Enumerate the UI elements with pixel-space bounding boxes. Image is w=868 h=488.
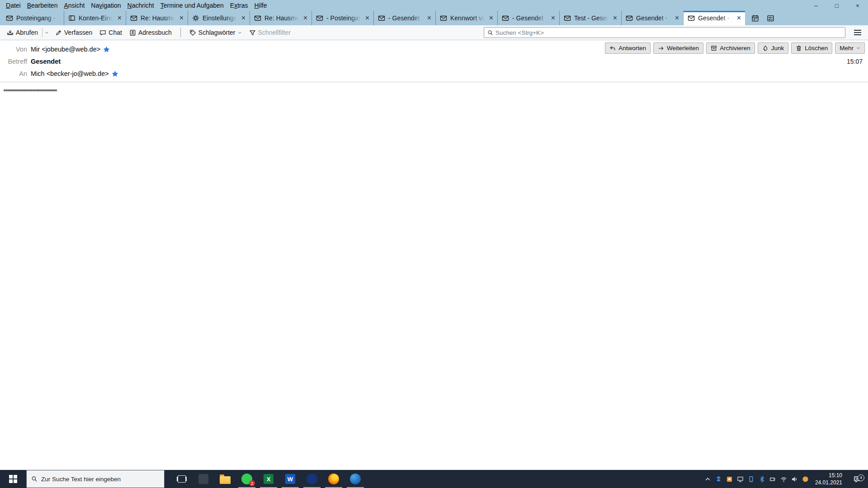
tray-icon[interactable] — [801, 473, 810, 485]
taskbar-app-button[interactable] — [171, 470, 193, 488]
funnel-icon — [249, 29, 256, 36]
tab[interactable]: Re: Hausme × — [126, 11, 188, 25]
tab-close-icon[interactable]: × — [302, 14, 308, 22]
tab[interactable]: Konten-Eins × — [64, 11, 126, 25]
app-menu-button[interactable] — [851, 27, 864, 38]
tab[interactable]: - Posteingan × — [311, 11, 373, 25]
tab[interactable]: Posteingang - × — [2, 11, 64, 25]
tab-close-icon[interactable]: × — [612, 14, 618, 22]
tab-type-icon — [440, 14, 447, 22]
tab[interactable]: Kennwort ve × — [435, 11, 497, 25]
taskbar-app-button[interactable] — [301, 470, 323, 488]
star-icon[interactable] — [112, 70, 118, 77]
taskbar-apps: 2 X W — [171, 470, 366, 488]
tray-icon[interactable] — [757, 473, 767, 485]
taskbar-app-button[interactable]: W — [279, 470, 301, 488]
message-action-button[interactable]: Antworten — [605, 42, 651, 54]
tab-close-icon[interactable]: × — [488, 14, 494, 22]
tab-close-icon[interactable]: × — [426, 14, 432, 22]
search-icon — [31, 476, 38, 482]
menu-item[interactable]: Ansicht — [61, 1, 88, 10]
tab[interactable]: - Gesendet - × — [497, 11, 559, 25]
taskbar-app-button[interactable]: 2 — [236, 470, 258, 488]
address-book-button[interactable]: Adressbuch — [126, 28, 175, 38]
tray-icon[interactable] — [768, 473, 778, 485]
header-label: Von — [4, 43, 27, 56]
tab[interactable]: Gesendet - F × — [683, 11, 745, 25]
maximize-button[interactable]: □ — [826, 0, 847, 11]
menu-item[interactable]: Extras — [227, 1, 251, 10]
tag-icon — [189, 29, 196, 36]
minimize-button[interactable]: – — [806, 0, 826, 11]
tab-type-icon — [6, 14, 13, 22]
tab-close-icon[interactable]: × — [736, 14, 742, 22]
menu-item[interactable]: Nachricht — [124, 1, 157, 10]
tab-extra-button[interactable] — [749, 12, 761, 24]
tab[interactable]: - Gesendet - × — [373, 11, 435, 25]
get-mail-dropdown[interactable] — [42, 28, 51, 38]
taskbar-app-button[interactable] — [344, 470, 366, 488]
taskbar-clock[interactable]: 15:10 24.01.2021 — [811, 472, 847, 486]
app-icon: W — [284, 473, 296, 485]
tab-type-icon — [254, 14, 261, 22]
tab-extra-button[interactable] — [764, 12, 777, 24]
taskbar-app-button[interactable] — [323, 470, 344, 488]
write-button[interactable]: Verfassen — [52, 28, 95, 38]
tray-icon[interactable] — [746, 473, 756, 485]
message-action-button[interactable]: Löschen — [791, 42, 832, 54]
tab-close-icon[interactable]: × — [550, 14, 556, 22]
tray-icon[interactable] — [790, 473, 799, 485]
quick-filter-button[interactable]: Schnellfilter — [246, 28, 294, 38]
tab-close-icon[interactable]: × — [179, 14, 184, 22]
menu-item[interactable]: Termine und Aufgaben — [157, 1, 227, 10]
tab-close-icon[interactable]: × — [241, 14, 246, 22]
header-value: Mir <jobeube@web.de> — [31, 43, 110, 56]
tags-button[interactable]: Schlagwörter — [186, 28, 245, 38]
windows-logo-icon — [9, 475, 17, 483]
menu-item[interactable]: Datei — [3, 1, 24, 10]
message-action-button[interactable]: Archivieren — [706, 42, 755, 54]
tray-icon[interactable] — [725, 473, 734, 485]
tab-label: Posteingang - — [16, 14, 61, 22]
tray-icon[interactable] — [736, 473, 745, 485]
message-action-button[interactable]: Weiterleiten — [653, 42, 703, 54]
windows-taskbar: Zur Suche Text hier eingeben — [0, 470, 868, 488]
tab-label: Gesendet - ( — [636, 14, 671, 22]
tab[interactable]: Re: Hausme × — [250, 11, 311, 25]
menu-item[interactable]: Hilfe — [251, 1, 270, 10]
header-label: An — [4, 68, 27, 80]
tab-close-icon[interactable]: × — [364, 14, 370, 22]
message-action-button[interactable]: Mehr — [835, 42, 865, 54]
maximize-icon: □ — [835, 2, 839, 9]
pencil-icon — [55, 29, 62, 36]
global-search-input[interactable]: Suchen <Strg+K> — [484, 27, 845, 38]
tab-close-icon[interactable]: × — [117, 14, 123, 22]
tray-icon[interactable] — [779, 473, 788, 485]
action-center-button[interactable]: 4 — [848, 475, 866, 483]
tab-close-icon[interactable]: × — [674, 14, 680, 22]
tray-icon[interactable] — [714, 473, 723, 485]
chevron-down-icon — [238, 31, 242, 35]
message-action-button[interactable]: Junk — [758, 42, 789, 54]
tab[interactable]: Gesendet - ( × — [621, 11, 683, 25]
chat-button[interactable]: Chat — [96, 28, 125, 38]
taskbar-app-button[interactable] — [193, 470, 214, 488]
message-time: 15:07 — [847, 58, 863, 65]
tab[interactable]: Einstellunge × — [188, 11, 250, 25]
app-icon: X — [263, 473, 274, 485]
get-mail-button[interactable]: Abrufen — [4, 28, 51, 38]
search-placeholder: Suchen <Strg+K> — [495, 29, 544, 36]
tray-icon[interactable] — [703, 473, 712, 485]
tab[interactable]: Test - Gesen × — [559, 11, 621, 25]
address-book-icon — [129, 29, 136, 36]
taskbar-app-button[interactable]: X — [258, 470, 279, 488]
taskbar-app-button[interactable] — [214, 470, 236, 488]
start-button[interactable] — [0, 470, 26, 488]
message-body-text: mmmmmmmmmmmmmmmmmmmmmmmmmmmm — [4, 89, 57, 92]
taskbar-search-input[interactable]: Zur Suche Text hier eingeben — [26, 470, 165, 488]
menu-item[interactable]: Bearbeiten — [24, 1, 61, 10]
star-icon[interactable] — [103, 46, 110, 53]
menu-item[interactable]: Navigation — [88, 1, 124, 10]
close-button[interactable]: × — [847, 0, 868, 11]
chat-icon — [99, 29, 106, 36]
